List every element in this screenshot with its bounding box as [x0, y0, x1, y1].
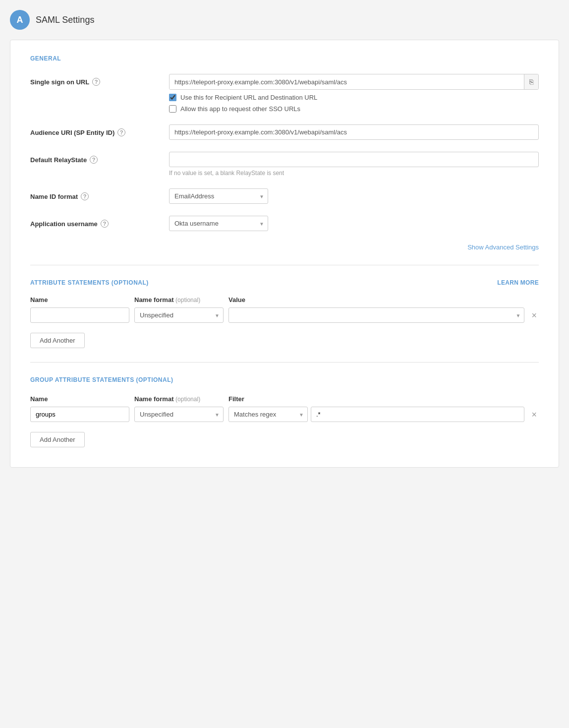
application-username-select[interactable]: Okta username Email Okta username prefix — [169, 216, 268, 231]
recipient-url-label: Use this for Recipient URL and Destinati… — [180, 94, 317, 101]
relay-state-hint: If no value is set, a blank RelayState i… — [169, 170, 539, 177]
attr-format-select[interactable]: Unspecified Basic URI reference — [134, 307, 224, 323]
page-title: SAML Settings — [36, 15, 94, 25]
other-sso-checkbox-row: Allow this app to request other SSO URLs — [169, 105, 539, 113]
group-attr-format-select[interactable]: Unspecified Basic URI reference — [134, 407, 224, 422]
group-attr-name-input[interactable] — [30, 407, 129, 422]
application-username-label: Application username ? — [30, 216, 169, 228]
attr-table-header: Name Name format (optional) Value — [30, 296, 539, 303]
single-sign-on-input-wrap: ⎘ — [169, 74, 539, 90]
name-id-format-select-wrap: Unspecified EmailAddress Persistent Tran… — [169, 188, 268, 204]
group-attr-row-1: Unspecified Basic URI reference ▼ Starts… — [30, 407, 539, 422]
relay-state-help-icon[interactable]: ? — [90, 156, 98, 164]
show-advanced-settings-button[interactable]: Show Advanced Settings — [467, 243, 539, 251]
attr-col-name-header: Name — [30, 296, 129, 303]
relay-state-input[interactable] — [169, 152, 539, 167]
group-attr-remove-button[interactable]: × — [529, 410, 539, 419]
audience-uri-content — [169, 124, 539, 140]
single-sign-on-content: ⎘ Use this for Recipient URL and Destina… — [169, 74, 539, 113]
attr-row-1: Unspecified Basic URI reference ▼ user.e… — [30, 307, 539, 323]
recipient-url-checkbox[interactable] — [169, 94, 176, 101]
single-sign-on-help-icon[interactable]: ? — [92, 78, 100, 86]
divider-2 — [30, 362, 539, 363]
group-attr-format-select-wrap: Unspecified Basic URI reference ▼ — [134, 407, 224, 422]
group-attr-col-name-header: Name — [30, 395, 129, 403]
other-sso-checkbox[interactable] — [169, 105, 176, 113]
attr-value-select[interactable]: user.email user.firstName user.lastName — [228, 307, 524, 323]
general-section: GENERAL Single sign on URL ? ⎘ Use this … — [30, 55, 539, 251]
name-id-format-select[interactable]: Unspecified EmailAddress Persistent Tran… — [169, 188, 268, 204]
attr-value-select-wrap: user.email user.firstName user.lastName … — [228, 307, 524, 323]
attr-format-select-wrap: Unspecified Basic URI reference ▼ — [134, 307, 224, 323]
group-attribute-statements-section: GROUP ATTRIBUTE STATEMENTS (OPTIONAL) Na… — [30, 376, 539, 447]
show-advanced-container: Show Advanced Settings — [30, 243, 539, 251]
attribute-statements-header: ATTRIBUTE STATEMENTS (OPTIONAL) LEARN MO… — [30, 279, 539, 286]
page-header: A SAML Settings — [10, 10, 559, 30]
audience-uri-label: Audience URI (SP Entity ID) ? — [30, 124, 169, 136]
attr-col-format-header: Name format (optional) — [134, 296, 224, 303]
application-username-help-icon[interactable]: ? — [101, 220, 109, 228]
group-attr-section-title: GROUP ATTRIBUTE STATEMENTS (OPTIONAL) — [30, 376, 539, 383]
application-username-row: Application username ? Okta username Ema… — [30, 216, 539, 231]
attr-add-another-button[interactable]: Add Another — [30, 333, 85, 348]
general-section-title: GENERAL — [30, 55, 539, 62]
single-sign-on-input[interactable] — [170, 75, 524, 89]
relay-state-label: Default RelayState ? — [30, 152, 169, 164]
filter-type-select[interactable]: Starts with Equals Contains Matches rege… — [228, 407, 308, 422]
audience-uri-input[interactable] — [169, 124, 539, 140]
name-id-format-content: Unspecified EmailAddress Persistent Tran… — [169, 188, 539, 204]
attr-col-value-header: Value — [228, 296, 539, 303]
name-id-format-label: Name ID format ? — [30, 188, 169, 200]
divider-1 — [30, 265, 539, 265]
saml-settings-card: GENERAL Single sign on URL ? ⎘ Use this … — [10, 40, 559, 468]
attribute-statements-section: ATTRIBUTE STATEMENTS (OPTIONAL) LEARN MO… — [30, 279, 539, 348]
application-username-select-wrap: Okta username Email Okta username prefix… — [169, 216, 268, 231]
single-sign-on-row: Single sign on URL ? ⎘ Use this for Reci… — [30, 74, 539, 113]
recipient-url-checkbox-row: Use this for Recipient URL and Destinati… — [169, 94, 539, 101]
filter-value-input[interactable] — [311, 407, 524, 422]
copy-icon[interactable]: ⎘ — [524, 74, 538, 89]
relay-state-content: If no value is set, a blank RelayState i… — [169, 152, 539, 177]
attribute-statements-title: ATTRIBUTE STATEMENTS (OPTIONAL) — [30, 279, 149, 286]
name-id-format-help-icon[interactable]: ? — [81, 192, 89, 200]
attr-remove-button[interactable]: × — [529, 311, 539, 320]
group-attr-col-format-header: Name format (optional) — [134, 395, 224, 403]
group-attr-table-header: Name Name format (optional) Filter — [30, 395, 539, 403]
audience-uri-help-icon[interactable]: ? — [117, 128, 125, 136]
other-sso-label: Allow this app to request other SSO URLs — [180, 105, 300, 113]
application-username-content: Okta username Email Okta username prefix… — [169, 216, 539, 231]
name-id-format-row: Name ID format ? Unspecified EmailAddres… — [30, 188, 539, 204]
group-attr-add-another-button[interactable]: Add Another — [30, 432, 85, 447]
attribute-statements-learn-more[interactable]: LEARN MORE — [497, 279, 539, 286]
single-sign-on-label: Single sign on URL ? — [30, 74, 169, 86]
group-attr-filter-wrap: Starts with Equals Contains Matches rege… — [228, 407, 524, 422]
attr-name-input[interactable] — [30, 307, 129, 323]
avatar: A — [10, 10, 30, 30]
filter-type-select-wrap: Starts with Equals Contains Matches rege… — [228, 407, 308, 422]
group-attr-col-filter-header: Filter — [228, 395, 539, 403]
relay-state-row: Default RelayState ? If no value is set,… — [30, 152, 539, 177]
audience-uri-row: Audience URI (SP Entity ID) ? — [30, 124, 539, 140]
